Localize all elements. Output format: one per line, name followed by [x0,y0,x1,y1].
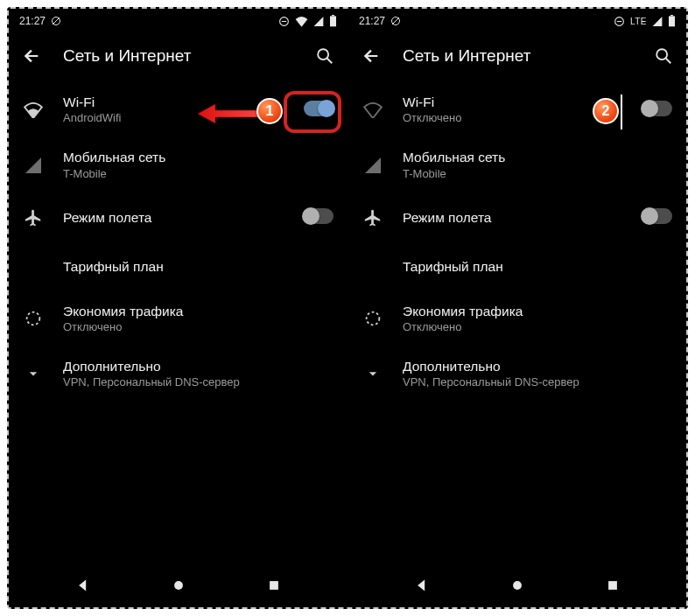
nav-bar [9,567,348,607]
nav-back[interactable] [412,576,432,595]
svg-rect-4 [330,16,336,26]
minus-circle-icon [614,16,625,27]
svg-rect-10 [270,581,278,590]
page-title: Сеть и Интернет [403,46,632,66]
search-icon [315,46,334,66]
row-airplane-title: Режим полета [403,209,623,226]
search-button[interactable] [314,46,335,66]
nav-recent[interactable] [603,576,622,595]
blank-icon [362,256,383,277]
svg-rect-21 [608,581,617,590]
row-more-sub: VPN, Персональный DNS-сервер [63,375,333,390]
wifi-off-icon [362,100,383,121]
row-more-title: Дополнительно [403,358,672,374]
row-mobile-sub: T-Mobile [403,167,672,182]
arrow-left-icon [362,46,381,66]
status-time: 21:27 [359,15,385,27]
svg-rect-5 [332,15,334,16]
wifi-toggle[interactable] [304,101,333,116]
row-datasaver[interactable]: Экономия трафика Отключено [9,291,348,346]
signal-icon [313,16,324,27]
panel-left: 21:27 Сеть и Интернет [9,9,348,607]
wifi-icon [295,16,308,27]
app-bar: Сеть и Интернет [9,33,348,79]
back-button[interactable] [21,46,42,66]
status-time: 21:27 [19,15,46,27]
row-airplane-title: Режим полета [63,209,284,226]
airplane-toggle[interactable] [642,208,672,224]
row-plan-title: Тарифный план [403,258,672,275]
svg-line-7 [327,59,333,64]
nav-home[interactable] [169,576,188,595]
row-mobile[interactable]: Мобильная сеть T-Mobile [348,137,686,192]
back-button[interactable] [361,46,382,66]
svg-line-1 [53,18,60,24]
row-datasaver-sub: Отключено [63,320,333,335]
row-mobile-sub: T-Mobile [63,167,333,182]
row-more-sub: VPN, Персональный DNS-сервер [403,375,672,390]
airplane-icon [362,207,383,228]
signal-icon [362,155,383,176]
wifi-icon [23,100,44,121]
battery-icon [329,15,337,27]
row-more-title: Дополнительно [63,358,333,374]
row-mobile[interactable]: Мобильная сеть T-Mobile [9,137,348,192]
status-lte: LTE [630,17,647,26]
chevron-down-icon [23,363,44,384]
status-bar: 21:27 LTE [348,9,686,33]
nav-back[interactable] [74,576,93,595]
svg-rect-16 [670,15,673,16]
dnd-icon [51,16,61,26]
row-more[interactable]: Дополнительно VPN, Персональный DNS-серв… [348,346,686,402]
svg-point-20 [513,581,522,590]
svg-point-17 [656,49,667,60]
svg-point-19 [367,312,380,326]
search-icon [654,46,673,66]
app-bar: Сеть и Интернет [348,33,686,79]
dnd-icon [390,16,401,26]
airplane-toggle[interactable] [304,208,333,224]
row-airplane[interactable]: Режим полета [9,193,348,242]
chevron-down-icon [362,363,383,384]
signal-icon [652,16,663,27]
row-plan-title: Тарифный план [63,258,333,275]
svg-rect-15 [669,16,675,26]
svg-point-9 [174,581,183,590]
status-bar: 21:27 [9,9,348,33]
battery-icon [668,15,676,27]
row-datasaver[interactable]: Экономия трафика Отключено [348,291,686,346]
datasaver-icon [23,308,44,329]
svg-line-12 [392,18,399,24]
nav-recent[interactable] [264,576,284,595]
row-mobile-title: Мобильная сеть [403,149,672,165]
row-mobile-title: Мобильная сеть [63,149,333,165]
settings-list: Wi-Fi AndroidWifi Мобильная сеть T-Mobil… [9,79,348,402]
settings-list: Wi-Fi Отключено Мобильная сеть T-Mobile [348,79,686,402]
row-wifi-sub: AndroidWifi [63,111,284,126]
airplane-icon [23,207,44,228]
nav-home[interactable] [508,576,527,595]
row-datasaver-title: Экономия трафика [403,303,672,319]
svg-point-6 [318,49,328,60]
dual-screenshot-frame: 21:27 Сеть и Интернет [7,7,688,609]
nav-bar [348,567,686,607]
svg-point-8 [27,312,40,326]
row-wifi[interactable]: Wi-Fi Отключено [348,82,686,137]
row-plan[interactable]: Тарифный план [348,242,686,291]
datasaver-icon [362,308,383,329]
blank-icon [23,256,44,277]
row-wifi-title: Wi-Fi [63,94,284,110]
page-title: Сеть и Интернет [63,46,293,66]
row-more[interactable]: Дополнительно VPN, Персональный DNS-серв… [9,346,348,402]
svg-line-18 [666,59,671,64]
search-button[interactable] [653,46,674,66]
row-datasaver-sub: Отключено [403,320,672,335]
row-wifi[interactable]: Wi-Fi AndroidWifi [9,82,348,137]
row-airplane[interactable]: Режим полета [348,193,686,242]
row-wifi-sub: Отключено [403,111,623,126]
minus-circle-icon [278,16,290,27]
signal-icon [23,155,44,176]
wifi-toggle[interactable] [642,101,672,116]
arrow-left-icon [22,46,41,66]
row-plan[interactable]: Тарифный план [9,242,348,291]
